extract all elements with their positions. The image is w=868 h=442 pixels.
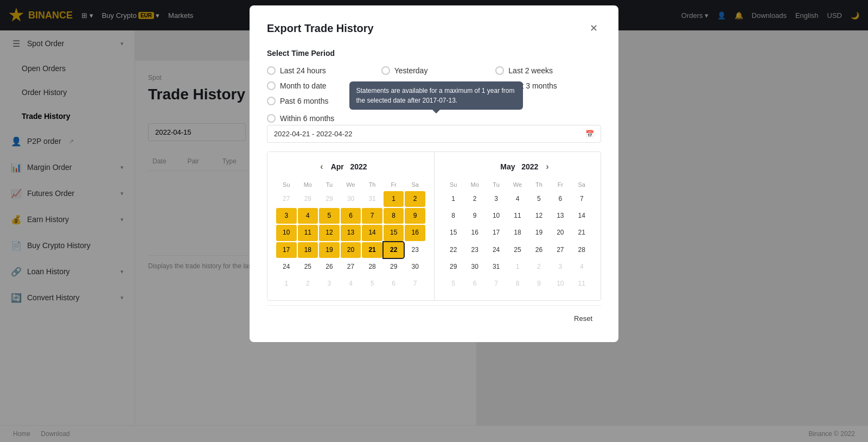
cal-day-range-start[interactable]: 21 [362,242,382,258]
cal-day[interactable]: 11 [572,276,592,292]
cal-day[interactable]: 26 [529,242,549,258]
cal-day[interactable]: 31 [362,191,382,207]
cal-day[interactable]: 24 [486,242,506,258]
cal-day[interactable]: 18 [507,225,527,241]
calendar-reset-button[interactable]: Reset [574,312,592,325]
cal-day[interactable]: 20 [341,242,361,258]
cal-day[interactable]: 29 [443,259,463,275]
cal-day[interactable]: 3 [550,259,570,275]
cal-day[interactable]: 6 [384,276,404,292]
cal-day[interactable]: 27 [550,242,570,258]
cal-day[interactable]: 30 [464,259,484,275]
cal-day[interactable]: 18 [298,242,318,258]
cal-day[interactable]: 9 [464,208,484,224]
cal-day[interactable]: 29 [319,191,340,207]
cal-day[interactable]: 11 [507,208,527,224]
cal-day[interactable]: 6 [550,191,570,207]
cal-day[interactable]: 28 [362,259,382,275]
cal-day[interactable]: 21 [572,225,592,241]
cal-day[interactable]: 16 [464,225,484,241]
cal-day[interactable]: 7 [362,208,382,224]
cal-day[interactable]: 31 [486,259,506,275]
cal-day[interactable]: 1 [276,276,297,292]
cal-day[interactable]: 10 [550,276,570,292]
cal-day[interactable]: 6 [341,208,361,224]
cal-day[interactable]: 9 [529,276,549,292]
cal-day[interactable]: 22 [443,242,463,258]
cal-day[interactable]: 5 [319,208,340,224]
cal-day[interactable]: 5 [529,191,549,207]
cal-day[interactable]: 6 [464,276,484,292]
cal-day[interactable]: 29 [384,259,404,275]
cal-day[interactable]: 23 [464,242,484,258]
date-range-display[interactable]: 2022-04-21 - 2022-04-22 📅 [267,125,601,143]
cal-day[interactable]: 17 [276,242,297,258]
day-header-su: Su [443,179,463,190]
cal-day[interactable]: 30 [405,259,425,275]
cal-day[interactable]: 5 [362,276,382,292]
radio-last24[interactable]: Last 24 hours [267,66,373,75]
cal-day[interactable]: 2 [464,191,484,207]
cal-day[interactable]: 28 [298,191,318,207]
cal-day[interactable]: 30 [341,191,361,207]
cal-day[interactable]: 1 [507,259,527,275]
cal-day[interactable]: 19 [529,225,549,241]
cal-day[interactable]: 4 [507,191,527,207]
cal-day-range-end[interactable]: 22 [384,242,404,258]
cal-day[interactable]: 23 [405,242,425,258]
cal-day[interactable]: 20 [550,225,570,241]
cal-day[interactable]: 7 [486,276,506,292]
cal-day[interactable]: 14 [572,208,592,224]
cal-day[interactable]: 12 [319,225,340,241]
cal-day[interactable]: 25 [298,259,318,275]
cal-day[interactable]: 1 [443,191,463,207]
cal-day[interactable]: 3 [486,191,506,207]
cal-day[interactable]: 25 [507,242,527,258]
modal-close-button[interactable]: ✕ [586,21,601,36]
cal-day[interactable]: 1 [384,191,404,207]
cal-day[interactable]: 28 [572,242,592,258]
radio-last2weeks[interactable]: Last 2 weeks [495,66,601,75]
calendar-april-grid: Su Mo Tu We Th Fr Sa 27 28 29 30 31 1 2 [276,179,425,292]
radio-circle-last2weeks [495,66,504,75]
cal-day[interactable]: 2 [405,191,425,207]
cal-day[interactable]: 26 [319,259,340,275]
cal-day[interactable]: 8 [507,276,527,292]
modal-overlay[interactable]: Export Trade History ✕ Select Time Perio… [0,0,868,442]
radio-circle-yesterday [381,66,390,75]
cal-day[interactable]: 2 [298,276,318,292]
cal-day[interactable]: 8 [443,208,463,224]
radio-within6months[interactable]: Within 6 months [267,114,334,123]
cal-day[interactable]: 27 [276,191,297,207]
cal-day[interactable]: 7 [572,191,592,207]
cal-day[interactable]: 5 [443,276,463,292]
cal-day[interactable]: 3 [276,208,297,224]
radio-yesterday[interactable]: Yesterday [381,66,487,75]
cal-day[interactable]: 9 [405,208,425,224]
cal-day[interactable]: 4 [341,276,361,292]
cal-day[interactable]: 24 [276,259,297,275]
prev-month-btn[interactable]: ‹ [317,161,326,173]
cal-day[interactable]: 17 [486,225,506,241]
cal-day[interactable]: 3 [319,276,340,292]
cal-day[interactable]: 14 [362,225,382,241]
cal-day[interactable]: 4 [298,208,318,224]
cal-day[interactable]: 10 [486,208,506,224]
cal-day[interactable]: 2 [529,259,549,275]
cal-day[interactable]: 8 [384,208,404,224]
cal-day[interactable]: 19 [319,242,340,258]
cal-day[interactable]: 13 [341,225,361,241]
cal-day[interactable]: 15 [443,225,463,241]
cal-day[interactable]: 4 [572,259,592,275]
cal-day[interactable]: 10 [276,225,297,241]
time-period-section-title: Select Time Period [267,49,601,58]
next-month-btn[interactable]: › [542,161,552,173]
cal-day[interactable]: 16 [405,225,425,241]
cal-day[interactable]: 12 [529,208,549,224]
calendar-container: ‹ Apr 2022 Su Mo Tu We Th Fr Sa 27 28 29 [267,151,601,301]
cal-day[interactable]: 27 [341,259,361,275]
cal-day[interactable]: 15 [384,225,404,241]
cal-day[interactable]: 13 [550,208,570,224]
cal-day[interactable]: 11 [298,225,318,241]
cal-day[interactable]: 7 [405,276,425,292]
